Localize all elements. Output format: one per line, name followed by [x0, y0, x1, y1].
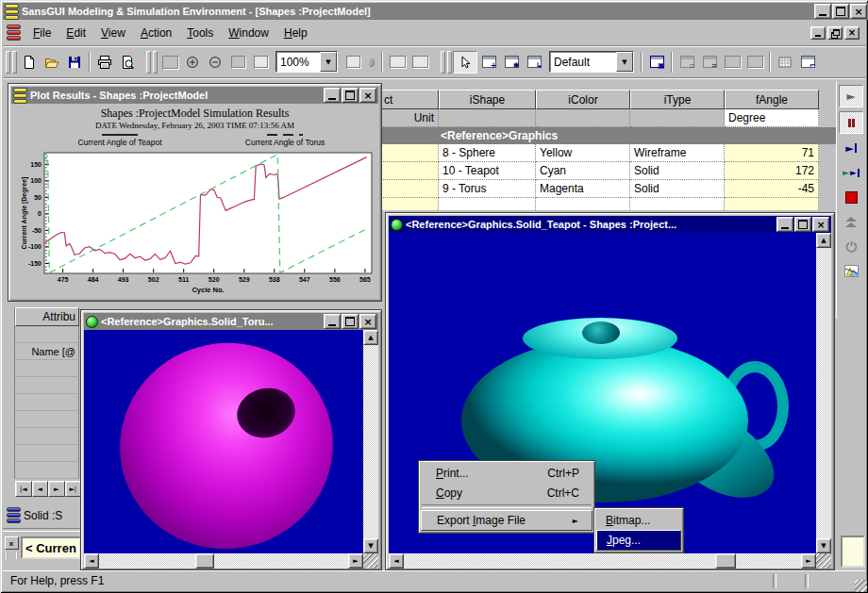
- row-header[interactable]: [3, 428, 15, 445]
- scrollbar-track[interactable]: [363, 345, 378, 538]
- toolbar-grip[interactable]: [153, 51, 158, 74]
- scroll-up-icon[interactable]: ▲: [363, 330, 378, 345]
- scroll-left-icon[interactable]: ◄: [84, 553, 99, 568]
- plot-window-title-bar[interactable]: Plot Results - Shapes :ProjectModel ×: [11, 87, 378, 104]
- unit-cell-fangle[interactable]: Degree: [725, 109, 819, 127]
- unit-cell[interactable]: [630, 109, 725, 127]
- chart-plot-area[interactable]: -150 -100 -50 0 50 100 150 475 484 493 5…: [19, 149, 376, 296]
- show-reference-button[interactable]: ▣: [645, 52, 668, 73]
- print-preview-button[interactable]: [116, 52, 139, 73]
- reset-button[interactable]: [840, 211, 862, 232]
- row-header[interactable]: [3, 377, 15, 394]
- row-header[interactable]: [3, 326, 15, 343]
- attribute-cell[interactable]: [15, 326, 79, 343]
- scroll-right-icon[interactable]: ►: [348, 553, 363, 568]
- scrollbar-thumb[interactable]: [715, 553, 736, 568]
- child-close-button[interactable]: ×: [844, 26, 860, 40]
- icolor-cell[interactable]: Magenta: [536, 180, 630, 198]
- child-minimize-button[interactable]: [810, 26, 826, 40]
- attribute-cell[interactable]: [15, 377, 79, 394]
- new-link-tool-button[interactable]: ✱: [500, 52, 523, 73]
- row-header[interactable]: [3, 411, 15, 428]
- toolbar-grip[interactable]: [6, 51, 10, 74]
- next-record-button[interactable]: ►: [48, 481, 65, 497]
- menu-action[interactable]: Action: [134, 24, 178, 42]
- zoom-fit-button[interactable]: [226, 52, 249, 73]
- zoom-selection-button[interactable]: [249, 52, 272, 73]
- attribute-column-header[interactable]: Attribu: [15, 307, 79, 326]
- unit-cell[interactable]: [439, 109, 536, 127]
- last-record-button[interactable]: ►|: [65, 481, 82, 497]
- title-bar[interactable]: SansGUI Modeling & Simulation Environmen…: [3, 3, 868, 20]
- teapot-maximize-button[interactable]: [794, 217, 811, 232]
- snap-connector-button[interactable]: [743, 52, 766, 73]
- icolor-cell[interactable]: [536, 198, 630, 210]
- toolbar-grip[interactable]: [12, 51, 17, 74]
- tab-solid[interactable]: Solid :S: [5, 505, 64, 525]
- align-objects-button[interactable]: ▫: [676, 52, 698, 73]
- torus-maximize-button[interactable]: [342, 314, 359, 329]
- itype-cell[interactable]: Solid: [630, 180, 725, 198]
- distribute-objects-button[interactable]: ≍: [698, 52, 721, 73]
- chart-window-icon[interactable]: [159, 52, 181, 73]
- column-header-object[interactable]: ct: [381, 90, 439, 109]
- column-header-icolor[interactable]: iColor: [536, 90, 630, 109]
- teapot-window-title-bar[interactable]: <Reference>Graphics.Solid_Teapot - Shape…: [389, 216, 831, 233]
- pointer-tool-button[interactable]: [453, 51, 477, 74]
- tile-windows-button[interactable]: [386, 52, 409, 73]
- torus-vscrollbar[interactable]: ▲ ▼: [363, 330, 378, 553]
- scrollbar-track[interactable]: [404, 553, 801, 568]
- splitter[interactable]: [3, 528, 81, 532]
- scrollbar-thumb[interactable]: [195, 553, 214, 568]
- plot-results-button[interactable]: [840, 260, 862, 281]
- unit-cell[interactable]: [536, 109, 630, 127]
- maximize-button[interactable]: [832, 4, 849, 19]
- print-button[interactable]: [93, 52, 116, 73]
- toolbar-grip[interactable]: [146, 51, 151, 74]
- reference-tool-button[interactable]: ↳: [523, 52, 545, 73]
- icolor-cell[interactable]: Cyan: [536, 162, 630, 180]
- row-header[interactable]: [3, 462, 15, 479]
- pan-button[interactable]: [342, 52, 364, 73]
- ishape-cell[interactable]: 9 - Torus: [439, 180, 536, 198]
- open-button[interactable]: [41, 52, 63, 73]
- grid-group-row[interactable]: <Reference>Graphics: [381, 127, 836, 144]
- scheme-select[interactable]: Default ▼: [549, 51, 634, 73]
- row-header[interactable]: [3, 360, 15, 377]
- scroll-up-icon[interactable]: ▲: [816, 233, 831, 248]
- power-button[interactable]: [840, 236, 862, 256]
- itype-cell[interactable]: [630, 198, 725, 210]
- current-selection-field[interactable]: < Curren: [21, 536, 81, 559]
- attribute-cell[interactable]: [15, 462, 79, 479]
- dock-grip[interactable]: [6, 552, 18, 559]
- run-to-end-button[interactable]: ►►: [840, 162, 862, 183]
- scroll-left-icon[interactable]: ◄: [389, 553, 404, 568]
- scroll-right-icon[interactable]: ►: [801, 553, 816, 568]
- document-icon[interactable]: [7, 25, 21, 41]
- itype-cell[interactable]: Wireframe: [630, 144, 725, 162]
- plot-minimize-button[interactable]: [324, 88, 341, 103]
- menu-file[interactable]: File: [26, 24, 58, 42]
- dock-close-button[interactable]: x: [5, 536, 19, 550]
- teapot-close-button[interactable]: ×: [812, 217, 829, 232]
- menu-item-jpeg[interactable]: Jpeg...: [596, 530, 681, 551]
- plot-close-button[interactable]: ×: [359, 88, 376, 103]
- show-grid-button[interactable]: [774, 52, 796, 73]
- toolbar-grip[interactable]: [441, 51, 445, 74]
- ishape-cell[interactable]: [439, 198, 536, 210]
- new-object-tool-button[interactable]: +: [477, 52, 500, 73]
- new-button[interactable]: [18, 52, 41, 73]
- row-header[interactable]: [3, 307, 15, 326]
- chevron-down-icon[interactable]: ▼: [320, 52, 337, 72]
- prev-record-button[interactable]: ◄: [32, 481, 49, 497]
- resize-grip[interactable]: [816, 553, 831, 568]
- column-header-ishape[interactable]: iShape: [439, 90, 536, 109]
- row-handle-cell[interactable]: [381, 144, 439, 162]
- itype-cell[interactable]: Solid: [630, 162, 725, 180]
- scrollbar-track[interactable]: [99, 553, 348, 568]
- scroll-down-icon[interactable]: ▼: [816, 538, 831, 553]
- toolbar-grip[interactable]: [447, 51, 452, 74]
- attribute-cell[interactable]: [15, 394, 79, 411]
- torus-canvas[interactable]: [84, 330, 363, 553]
- zoom-in-button[interactable]: [181, 52, 204, 73]
